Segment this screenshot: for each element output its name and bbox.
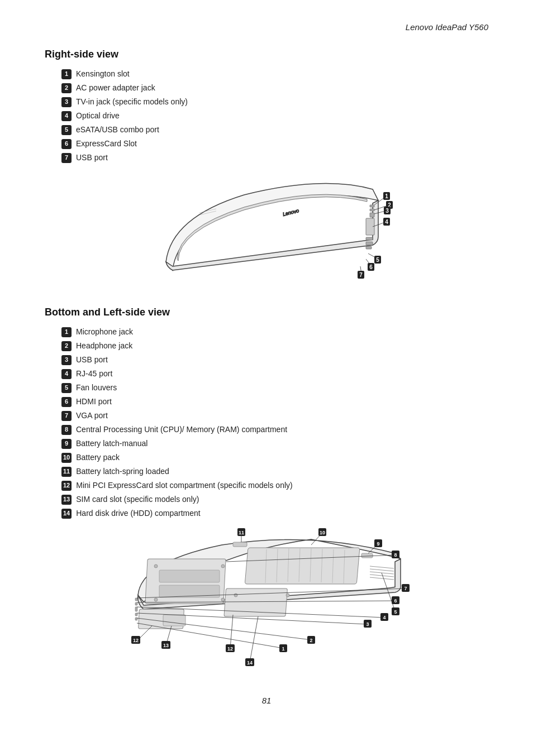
item-badge: 3 xyxy=(61,97,72,107)
item-label: AC power adapter jack xyxy=(76,82,155,94)
item-label: Battery latch-manual xyxy=(76,438,147,449)
svg-rect-5 xyxy=(366,242,373,245)
item-label: Central Processing Unit (CPU)/ Memory (R… xyxy=(76,424,287,436)
list-item: 7VGA port xyxy=(61,410,488,422)
list-item: 6ExpressCard Slot xyxy=(61,138,488,150)
item-label: ExpressCard Slot xyxy=(76,138,137,150)
header-title: Lenovo IdeaPad Y560 xyxy=(45,22,488,32)
svg-rect-1 xyxy=(370,209,374,211)
svg-line-60 xyxy=(370,575,394,577)
item-badge: 2 xyxy=(61,341,72,351)
svg-text:6: 6 xyxy=(394,598,397,604)
item-label: Battery latch-spring loaded xyxy=(76,466,169,477)
right-side-view-title: Right-side view xyxy=(45,49,488,60)
list-item: 3USB port xyxy=(61,354,488,366)
svg-point-43 xyxy=(154,598,158,601)
right-side-view-list: 1Kensington slot2AC power adapter jack3T… xyxy=(61,68,488,164)
svg-text:9: 9 xyxy=(377,541,379,547)
item-label: Battery pack xyxy=(76,452,120,463)
svg-line-103 xyxy=(230,615,233,648)
svg-text:11: 11 xyxy=(239,530,244,535)
svg-text:7: 7 xyxy=(359,272,363,278)
item-badge: 6 xyxy=(61,139,72,149)
item-label: VGA port xyxy=(76,410,108,422)
svg-text:1: 1 xyxy=(282,646,284,652)
svg-point-42 xyxy=(221,564,225,568)
list-item: 11Battery latch-spring loaded xyxy=(61,466,488,477)
svg-line-57 xyxy=(370,566,394,568)
item-badge: 10 xyxy=(61,453,72,463)
svg-line-106 xyxy=(250,616,258,662)
svg-text:6: 6 xyxy=(369,264,373,270)
item-label: TV-in jack (specific models only) xyxy=(76,96,188,108)
list-item: 7USB port xyxy=(61,152,488,164)
svg-text:10: 10 xyxy=(320,530,325,535)
svg-text:13: 13 xyxy=(163,643,169,648)
right-side-svg: Lenovo 1 2 3 4 5 xyxy=(132,173,401,290)
item-label: HDMI port xyxy=(76,396,112,408)
bottom-svg: 11 10 9 8 7 6 5 xyxy=(121,528,412,679)
svg-rect-54 xyxy=(135,607,137,611)
svg-point-48 xyxy=(234,594,237,597)
item-label: Mini PCI ExpressCard slot compartment (s… xyxy=(76,480,292,491)
item-badge: 3 xyxy=(61,355,72,365)
item-badge: 1 xyxy=(61,327,72,337)
svg-text:1: 1 xyxy=(385,193,388,199)
item-badge: 6 xyxy=(61,397,72,407)
list-item: 10Battery pack xyxy=(61,452,488,463)
right-side-diagram: Lenovo 1 2 3 4 5 xyxy=(45,173,488,290)
svg-text:12: 12 xyxy=(133,638,139,643)
svg-text:7: 7 xyxy=(404,586,407,591)
item-label: RJ-45 port xyxy=(76,368,112,380)
item-badge: 7 xyxy=(61,411,72,421)
item-badge: 5 xyxy=(61,125,72,135)
svg-line-61 xyxy=(370,577,394,580)
item-badge: 8 xyxy=(61,425,72,435)
svg-text:3: 3 xyxy=(366,621,369,627)
item-label: Hard disk drive (HDD) compartment xyxy=(76,508,201,519)
svg-rect-55 xyxy=(135,613,137,616)
bottom-left-view-list: 1Microphone jack2Headphone jack3USB port… xyxy=(61,326,488,519)
page: Lenovo IdeaPad Y560 Right-side view 1Ken… xyxy=(0,0,533,756)
svg-rect-62 xyxy=(233,542,247,547)
list-item: 3TV-in jack (specific models only) xyxy=(61,96,488,108)
svg-text:2: 2 xyxy=(310,638,312,643)
svg-text:Lenovo: Lenovo xyxy=(282,208,299,217)
list-item: 6HDMI port xyxy=(61,396,488,408)
svg-rect-52 xyxy=(135,598,137,601)
svg-rect-4 xyxy=(366,237,373,240)
svg-text:4: 4 xyxy=(385,219,388,225)
item-badge: 14 xyxy=(61,509,72,519)
svg-text:5: 5 xyxy=(394,609,397,615)
svg-point-49 xyxy=(286,594,289,597)
item-badge: 13 xyxy=(61,495,72,505)
item-badge: 12 xyxy=(61,481,72,491)
right-side-view-section: Right-side view 1Kensington slot2AC powe… xyxy=(45,49,488,164)
svg-text:12: 12 xyxy=(227,646,233,652)
list-item: 12Mini PCI ExpressCard slot compartment … xyxy=(61,480,488,491)
list-item: 2AC power adapter jack xyxy=(61,82,488,94)
svg-rect-45 xyxy=(159,570,220,582)
svg-text:8: 8 xyxy=(394,552,397,558)
item-label: USB port xyxy=(76,354,108,366)
list-item: 5eSATA/USB combo port xyxy=(61,124,488,136)
svg-point-44 xyxy=(221,598,225,601)
item-label: Fan louvers xyxy=(76,382,117,394)
item-label: SIM card slot (specific models only) xyxy=(76,494,199,505)
svg-rect-6 xyxy=(366,246,372,249)
item-badge: 4 xyxy=(61,369,72,379)
svg-line-94 xyxy=(137,623,283,648)
item-label: Kensington slot xyxy=(76,68,130,80)
item-label: Microphone jack xyxy=(76,326,133,338)
svg-rect-63 xyxy=(361,553,373,558)
list-item: 2Headphone jack xyxy=(61,340,488,352)
svg-rect-0 xyxy=(370,205,374,207)
list-item: 9Battery latch-manual xyxy=(61,438,488,449)
list-item: 8Central Processing Unit (CPU)/ Memory (… xyxy=(61,424,488,436)
list-item: 14Hard disk drive (HDD) compartment xyxy=(61,508,488,519)
item-badge: 2 xyxy=(61,83,72,93)
bottom-diagram: 11 10 9 8 7 6 5 xyxy=(45,528,488,679)
item-badge: 9 xyxy=(61,439,72,449)
page-number: 81 xyxy=(45,696,488,705)
bottom-left-view-title: Bottom and Left-side view xyxy=(45,307,488,318)
